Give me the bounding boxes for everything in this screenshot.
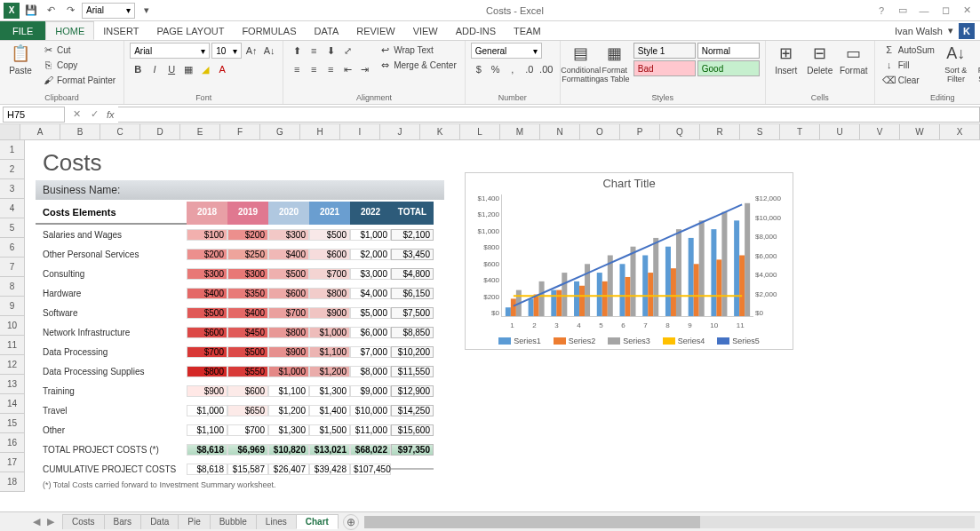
tab-addins[interactable]: ADD-INS — [447, 21, 505, 40]
row-header-18[interactable]: 18 — [0, 472, 24, 492]
orientation-icon[interactable]: ⤢ — [339, 43, 355, 59]
sheet-tab-lines[interactable]: Lines — [256, 514, 297, 529]
save-icon[interactable]: 💾 — [23, 3, 39, 19]
row-header-7[interactable]: 7 — [0, 258, 24, 277]
col-header-I[interactable]: I — [340, 124, 380, 139]
sort-filter-button[interactable]: A↓Sort & Filter — [941, 43, 971, 83]
col-header-K[interactable]: K — [420, 124, 460, 139]
tab-team[interactable]: TEAM — [505, 21, 550, 40]
add-sheet-button[interactable]: ⊕ — [343, 514, 359, 530]
border-button[interactable]: ▦ — [180, 61, 196, 77]
row-header-13[interactable]: 13 — [0, 375, 24, 394]
col-header-O[interactable]: O — [580, 124, 620, 139]
select-all-corner[interactable] — [0, 124, 20, 139]
indent-increase-icon[interactable]: ⇥ — [356, 61, 372, 77]
currency-icon[interactable]: $ — [471, 61, 487, 77]
conditional-formatting-button[interactable]: ▤Conditional Formatting — [566, 43, 596, 83]
user-area[interactable]: Ivan Walsh ▾ K — [889, 21, 980, 40]
col-header-X[interactable]: X — [940, 124, 980, 139]
tab-file[interactable]: FILE — [0, 21, 45, 40]
bold-button[interactable]: B — [130, 61, 146, 77]
sheet-nav-next-icon[interactable]: ▶ — [44, 516, 57, 528]
align-left-icon[interactable]: ≡ — [289, 61, 305, 77]
row-header-17[interactable]: 17 — [0, 453, 24, 472]
col-header-P[interactable]: P — [620, 124, 660, 139]
number-format-dropdown[interactable]: General▾ — [471, 43, 542, 59]
insert-cells-button[interactable]: ⊞Insert — [771, 43, 801, 75]
row-header-15[interactable]: 15 — [0, 414, 24, 433]
sheet-tab-data[interactable]: Data — [140, 514, 179, 529]
tab-data[interactable]: DATA — [306, 21, 348, 40]
cancel-formula-icon[interactable]: ✕ — [68, 107, 85, 123]
sheet-tab-costs[interactable]: Costs — [62, 514, 105, 529]
indent-decrease-icon[interactable]: ⇤ — [339, 61, 355, 77]
paste-button[interactable]: 📋Paste — [5, 43, 36, 75]
fill-button[interactable]: ↓Fill — [880, 58, 937, 72]
autosum-button[interactable]: ΣAutoSum — [880, 43, 937, 57]
font-size-dropdown[interactable]: 10▾ — [211, 43, 242, 59]
italic-button[interactable]: I — [147, 61, 163, 77]
col-header-C[interactable]: C — [100, 124, 140, 139]
comma-icon[interactable]: , — [505, 61, 521, 77]
row-header-6[interactable]: 6 — [0, 238, 24, 258]
col-header-G[interactable]: G — [260, 124, 300, 139]
row-header-4[interactable]: 4 — [0, 199, 24, 218]
name-box[interactable]: H75 — [3, 107, 65, 123]
sheet-nav-prev-icon[interactable]: ◀ — [30, 516, 43, 528]
spreadsheet-grid[interactable]: 123456789101112131415161718 Costs Busine… — [0, 140, 980, 511]
merge-center-button[interactable]: ⇔Merge & Center — [376, 58, 459, 72]
style-bad[interactable]: Bad — [633, 60, 696, 76]
col-header-S[interactable]: S — [740, 124, 780, 139]
align-top-icon[interactable]: ⬆ — [289, 43, 305, 59]
style-normal[interactable]: Normal — [697, 43, 760, 59]
row-header-5[interactable]: 5 — [0, 218, 24, 238]
col-header-B[interactable]: B — [60, 124, 100, 139]
col-header-M[interactable]: M — [500, 124, 540, 139]
row-header-11[interactable]: 11 — [0, 336, 24, 355]
align-middle-icon[interactable]: ≡ — [306, 43, 322, 59]
col-header-E[interactable]: E — [180, 124, 220, 139]
tab-page-layout[interactable]: PAGE LAYOUT — [147, 21, 233, 40]
decrease-decimal-icon[interactable]: .00 — [538, 61, 554, 77]
clear-button[interactable]: ⌫Clear — [880, 73, 937, 87]
formula-input[interactable] — [118, 107, 980, 123]
close-icon[interactable]: ✕ — [957, 3, 976, 19]
delete-cells-button[interactable]: ⊟Delete — [805, 43, 835, 75]
col-header-N[interactable]: N — [540, 124, 580, 139]
cut-button[interactable]: ✂Cut — [39, 43, 118, 57]
row-header-16[interactable]: 16 — [0, 433, 24, 453]
style-good[interactable]: Good — [697, 60, 760, 76]
help-icon[interactable]: ? — [872, 3, 891, 19]
ribbon-collapse-icon[interactable]: ▭ — [893, 3, 912, 19]
qat-more-icon[interactable]: ▾ — [139, 3, 155, 19]
tab-review[interactable]: REVIEW — [347, 21, 403, 40]
row-header-3[interactable]: 3 — [0, 179, 24, 199]
minimize-icon[interactable]: — — [914, 3, 934, 19]
col-header-F[interactable]: F — [220, 124, 260, 139]
fx-icon[interactable]: fx — [103, 109, 118, 120]
row-header-12[interactable]: 12 — [0, 355, 24, 375]
row-header-8[interactable]: 8 — [0, 277, 24, 297]
row-header-2[interactable]: 2 — [0, 160, 24, 179]
underline-button[interactable]: U — [163, 61, 179, 77]
col-header-A[interactable]: A — [20, 124, 60, 139]
accept-formula-icon[interactable]: ✓ — [85, 107, 103, 123]
row-header-9[interactable]: 9 — [0, 297, 24, 316]
row-header-10[interactable]: 10 — [0, 316, 24, 336]
col-header-J[interactable]: J — [380, 124, 420, 139]
col-header-L[interactable]: L — [460, 124, 500, 139]
sheet-tab-bubble[interactable]: Bubble — [210, 514, 257, 529]
sheet-tab-chart[interactable]: Chart — [296, 514, 339, 529]
wrap-text-button[interactable]: ↩Wrap Text — [376, 43, 459, 57]
horizontal-scrollbar[interactable] — [364, 516, 975, 528]
row-header-1[interactable]: 1 — [0, 140, 24, 160]
tab-formulas[interactable]: FORMULAS — [233, 21, 305, 40]
fill-color-button[interactable]: ◢ — [197, 61, 213, 77]
format-painter-button[interactable]: 🖌Format Painter — [39, 73, 118, 87]
col-header-V[interactable]: V — [860, 124, 900, 139]
sheet-tab-pie[interactable]: Pie — [178, 514, 210, 529]
sheet-tab-bars[interactable]: Bars — [104, 514, 142, 529]
tab-insert[interactable]: INSERT — [94, 21, 147, 40]
qat-font-dropdown[interactable]: Arial▾ — [82, 3, 135, 19]
redo-icon[interactable]: ↷ — [62, 3, 78, 19]
